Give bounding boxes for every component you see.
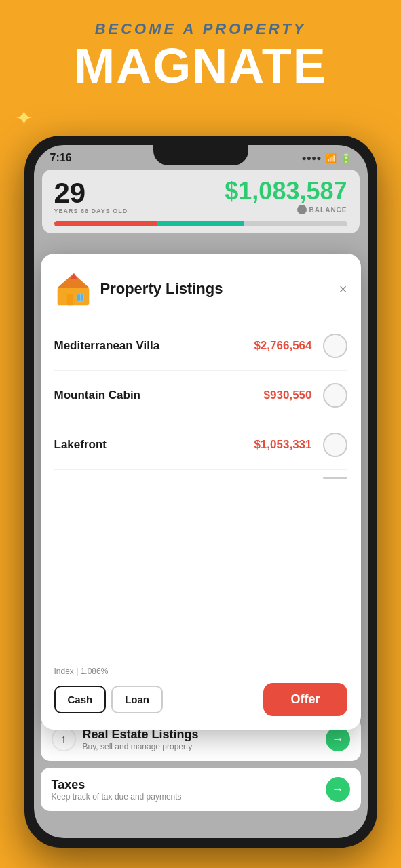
modal-footer: Index | 1.086% Cash Loan Offer [54,656,347,716]
property-item-mediterranean[interactable]: Mediterranean Villa $2,766,564 [54,321,347,371]
header-section: Become a Property MAGNATE ✦ [0,0,401,104]
property-radio-mountain-cabin[interactable] [323,383,347,408]
svg-rect-5 [81,294,83,298]
taxes-arrow-button[interactable]: → [326,777,350,802]
header-subtitle: Become a Property [14,20,387,38]
property-name-lakefront: Lakefront [54,438,254,452]
modal-header: Property Listings × [54,270,347,308]
footer-actions: Cash Loan Offer [54,683,347,716]
phone-screen: 7:16 ●●●● 📶 🔋 29 YEARS 66 DAYS OLD $1,08… [34,145,368,838]
loan-button[interactable]: Loan [111,686,163,713]
property-price-mediterranean: $2,766,564 [254,339,311,353]
signal-icon: ●●●● [302,153,322,163]
property-name-mediterranean: Mediterranean Villa [54,339,254,353]
house-icon [54,270,92,308]
balance-section: $1,083,587 BALANCE [225,179,347,214]
property-list: Mediterranean Villa $2,766,564 Mountain … [54,321,347,656]
property-partial-indicator [54,470,347,486]
menu-item-taxes-subtitle: Keep track of tax due and payments [52,792,182,802]
property-price-lakefront: $1,053,331 [254,438,311,452]
svg-rect-8 [71,279,76,283]
property-item-lakefront[interactable]: Lakefront $1,053,331 [54,420,347,470]
status-icons: ●●●● 📶 🔋 [302,153,351,163]
svg-rect-2 [66,294,73,305]
svg-rect-6 [77,298,80,301]
modal-title: Property Listings [100,280,331,298]
property-radio-lakefront[interactable] [323,433,347,457]
sparkle-icon: ✦ [15,105,33,131]
balance-label: BALANCE [309,206,347,214]
status-time: 7:16 [50,152,72,164]
balance-amount: $1,083,587 [225,179,347,203]
modal-close-button[interactable]: × [339,282,347,296]
bottom-menu: ↑ Real Estate Listings Buy, sell and man… [41,717,361,818]
real-estate-up-arrow[interactable]: ↑ [52,727,76,751]
age-section: 29 YEARS 66 DAYS OLD [54,179,128,214]
menu-item-taxes[interactable]: Taxes Keep track of tax due and payments… [41,768,361,811]
phone-notch [153,145,248,165]
menu-item-real-estate-subtitle: Buy, sell and manage property [83,742,199,751]
coin-icon [297,205,307,214]
menu-item-taxes-text: Taxes Keep track of tax due and payments [52,778,182,802]
battery-icon: 🔋 [341,153,351,163]
wifi-icon: 📶 [326,153,337,163]
menu-item-taxes-title: Taxes [52,778,182,792]
property-radio-mediterranean[interactable] [323,334,347,358]
property-item-mountain-cabin[interactable]: Mountain Cabin $930,550 [54,371,347,420]
age-number: 29 [54,179,128,208]
progress-bar [54,221,347,226]
age-label: YEARS 66 DAYS OLD [54,208,128,214]
progress-teal [157,221,245,226]
cash-button[interactable]: Cash [54,686,107,713]
svg-rect-4 [77,294,80,298]
property-name-mountain-cabin: Mountain Cabin [54,389,264,402]
svg-rect-7 [81,298,83,301]
menu-item-real-estate-text: Real Estate Listings Buy, sell and manag… [83,728,199,751]
header-title: MAGNATE [14,41,387,90]
phone-mockup: 7:16 ●●●● 📶 🔋 29 YEARS 66 DAYS OLD $1,08… [24,136,377,848]
payment-options: Cash Loan [54,686,164,713]
game-stats-panel: 29 YEARS 66 DAYS OLD $1,083,587 BALANCE [42,170,360,233]
property-listings-modal: Property Listings × Mediterranean Villa … [41,254,361,730]
progress-red [54,221,157,226]
property-price-mountain-cabin: $930,550 [264,389,312,402]
index-label: Index | 1.086% [54,667,347,676]
real-estate-arrow-button[interactable]: → [326,727,350,751]
offer-button[interactable]: Offer [263,683,347,716]
